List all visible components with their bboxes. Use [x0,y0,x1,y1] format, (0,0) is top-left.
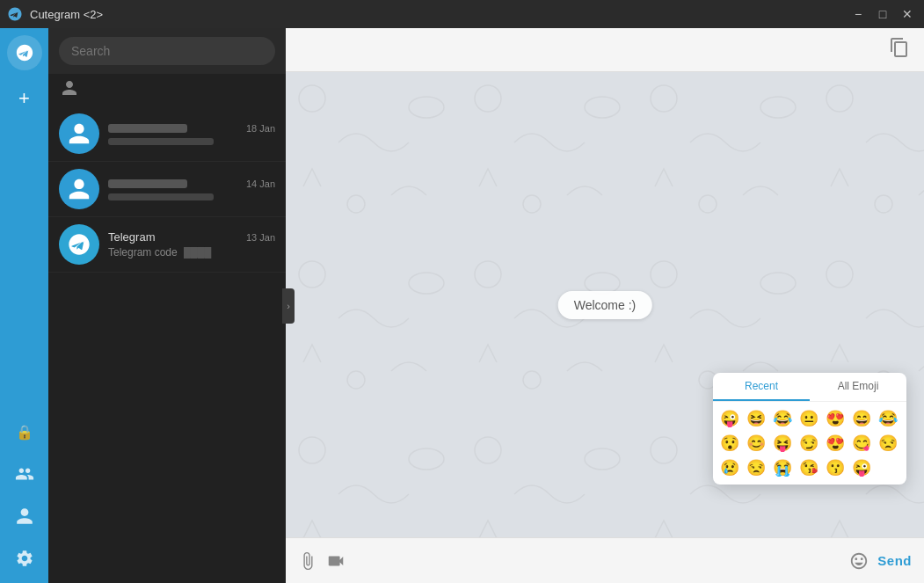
app-body: + 🔒 Add Secret Chat [0,28,924,583]
app-icon [7,6,23,22]
chat-name-text: Telegram [108,230,155,244]
emoji-cell[interactable]: 😆 [745,407,768,430]
contacts-list-icon [61,79,78,97]
emoji-cell[interactable]: 😐 [797,407,820,430]
emoji-panel: Recent All Emoji 😜 😆 😂 😐 😍 😄 😂 😯 😊 😝 [713,373,906,485]
chat-info: Telegram 13 Jan Telegram code ████ [108,230,275,259]
tab-recent[interactable]: Recent [713,373,810,401]
emoji-grid: 😜 😆 😂 😐 😍 😄 😂 😯 😊 😝 😏 😍 😋 😒 [713,402,906,485]
compose-button[interactable]: + [7,81,42,116]
telegram-logo-icon [15,43,34,62]
chat-input-bar: Send [286,537,924,583]
emoji-cell[interactable]: 😏 [797,432,820,455]
chat-list-panel: 18 Jan 14 Jan [48,28,286,583]
emoji-cell[interactable]: 😭 [771,456,794,479]
chat-preview [108,193,214,200]
chat-date: 18 Jan [246,123,275,134]
icon-sidebar: + 🔒 Add Secret Chat [0,28,48,583]
chat-name-row: Telegram 13 Jan [108,230,275,244]
camera-button[interactable] [326,551,346,571]
copy-icon [889,37,910,58]
search-bar [48,28,286,74]
chat-name [108,179,187,188]
welcome-bubble: Welcome :) [558,291,652,319]
chat-item[interactable]: 14 Jan [48,162,286,217]
contacts-button[interactable] [7,456,42,492]
emoji-cell[interactable]: 😂 [771,407,794,430]
emoji-cell[interactable]: 😯 [718,432,741,455]
chat-item[interactable]: 18 Jan [48,106,286,162]
emoji-icon [849,551,869,571]
emoji-cell[interactable]: 😂 [877,407,899,430]
attachment-icon [298,551,317,571]
user-avatar-icon [67,177,91,201]
emoji-cell[interactable]: 😜 [850,456,873,479]
emoji-cell[interactable]: 😗 [824,456,847,479]
logo-button[interactable] [7,35,42,70]
chat-date: 14 Jan [246,179,275,189]
chat-name-row: 18 Jan [108,123,275,134]
settings-button[interactable] [7,541,42,576]
telegram-icon [67,232,91,257]
chat-header [286,28,924,72]
contacts-icon [15,464,34,484]
chat-name [108,124,187,133]
emoji-cell[interactable]: 😍 [824,432,847,455]
emoji-cell[interactable]: 😋 [850,432,873,455]
minimize-button[interactable]: − [848,4,868,24]
emoji-tabs: Recent All Emoji [713,373,906,402]
avatar [59,224,99,265]
avatar [59,113,99,154]
list-header [48,74,286,106]
maximize-button[interactable]: □ [873,4,892,24]
emoji-cell[interactable]: 😜 [718,407,741,430]
emoji-cell[interactable]: 😢 [718,456,741,479]
emoji-cell[interactable]: 😘 [797,456,820,479]
chat-item[interactable]: Telegram 13 Jan Telegram code ████ [48,217,286,273]
search-input[interactable] [59,37,275,65]
profile-button[interactable] [7,499,42,534]
avatar [59,169,99,209]
app-title: Cutegram <2> [30,8,841,21]
collapse-handle[interactable]: › [282,288,295,324]
chat-name-row: 14 Jan [108,179,275,189]
user-avatar-icon [67,121,91,146]
camera-icon [326,551,346,571]
emoji-cell[interactable]: 😒 [877,432,899,455]
lock-area: 🔒 Add Secret Chat [7,414,42,456]
close-button[interactable]: ✕ [898,4,917,24]
profile-icon [15,506,34,526]
emoji-cell[interactable]: 😒 [745,456,768,479]
chat-background: Welcome :) Recent All Emoji 😜 😆 😂 😐 😍 😄 … [286,72,924,537]
message-input[interactable] [354,554,840,568]
settings-icon [15,549,34,568]
chat-date: 13 Jan [246,232,275,243]
lock-button[interactable]: 🔒 [7,414,42,449]
emoji-cell[interactable]: 😊 [745,432,768,455]
chat-info: 14 Jan [108,179,275,200]
emoji-cell[interactable]: 😍 [824,407,847,430]
titlebar: Cutegram <2> − □ ✕ [0,0,924,28]
tab-all-emoji[interactable]: All Emoji [810,373,906,401]
window-controls: − □ ✕ [848,4,917,24]
emoji-cell[interactable]: 😄 [850,407,873,430]
send-button[interactable]: Send [877,553,912,568]
chat-preview-text: Telegram code ████ [108,246,275,259]
copy-button[interactable] [889,37,910,62]
attachment-button[interactable] [298,551,317,571]
chat-preview [108,138,214,145]
chat-info: 18 Jan [108,123,275,145]
emoji-button[interactable] [849,551,869,571]
emoji-cell[interactable]: 😝 [771,432,794,455]
chat-main: Welcome :) Recent All Emoji 😜 😆 😂 😐 😍 😄 … [286,28,924,583]
